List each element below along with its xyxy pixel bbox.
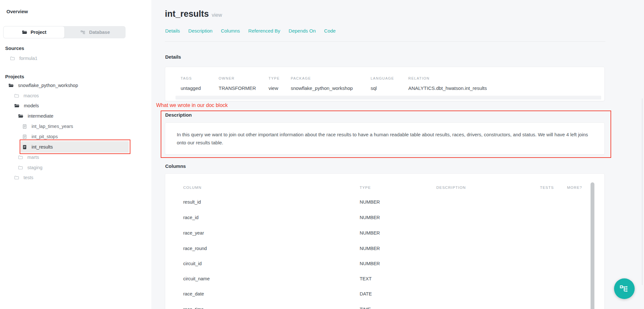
sources-section-heading: Sources xyxy=(5,45,24,51)
tree-item-label: intermediate xyxy=(28,113,53,119)
view-lineage-button[interactable] xyxy=(614,278,635,299)
folder-closed-icon xyxy=(18,155,23,160)
cell-column-type: NUMBER xyxy=(360,261,380,266)
field-label: TAGS xyxy=(181,76,192,80)
tab-description[interactable]: Description xyxy=(188,28,213,34)
cell-column-type: NUMBER xyxy=(360,199,380,205)
cell-column-type: NUMBER xyxy=(360,215,380,220)
column-header-description: DESCRIPTION xyxy=(436,186,466,189)
field-value: untagged xyxy=(181,85,201,91)
tab-depends-on[interactable]: Depends On xyxy=(289,28,316,34)
cell-column-type: NUMBER xyxy=(360,246,380,251)
cell-column-name: circuit_id xyxy=(183,261,202,266)
sidebar-item-intermediate[interactable]: intermediate xyxy=(18,111,53,121)
model-type-tag: view xyxy=(212,12,222,18)
sidebar-item-tests[interactable]: tests xyxy=(14,172,33,183)
tree-item-label: marts xyxy=(27,155,39,160)
sidebar-item-int-lap-times-years[interactable]: int_lap_times_years xyxy=(22,121,73,131)
details-scroll-strip xyxy=(175,96,601,100)
cell-column-name: race_id xyxy=(183,215,199,220)
folder-open-icon xyxy=(22,29,27,35)
tree-item-label: int_lap_times_years xyxy=(32,124,73,129)
overview-link[interactable]: Overview xyxy=(6,9,28,14)
tab-bar: Details Description Columns Referenced B… xyxy=(165,28,336,34)
sidebar-item-int-pit-stops[interactable]: int_pit_stops xyxy=(22,131,58,142)
tree-item-label: tests xyxy=(24,175,33,180)
cell-column-name: race_date xyxy=(183,291,204,296)
view-toggle: Project Database xyxy=(3,26,126,38)
tab-divider xyxy=(165,41,605,42)
cell-column-type: NUMBER xyxy=(360,230,380,236)
columns-card: COLUMN TYPE DESCRIPTION TESTS MORE? resu… xyxy=(165,173,605,309)
cell-column-type: DATE xyxy=(360,291,372,296)
folder-closed-icon xyxy=(10,56,15,61)
columns-table-scrollbar[interactable] xyxy=(591,182,594,309)
lineage-graph-icon xyxy=(620,284,629,294)
field-label: PACKAGE xyxy=(291,76,311,80)
field-label: TYPE xyxy=(269,76,280,80)
file-icon xyxy=(22,124,27,129)
folder-open-icon xyxy=(18,113,24,119)
tree-item-label: int_pit_stops xyxy=(32,134,58,139)
tab-referenced-by[interactable]: Referenced By xyxy=(248,28,280,34)
sidebar-item-macros[interactable]: macros xyxy=(14,91,39,101)
tree-item-label: formula1 xyxy=(19,56,37,61)
field-label: LANGUAGE xyxy=(371,76,394,80)
details-section-heading: Details xyxy=(165,54,181,60)
sidebar-item-staging[interactable]: staging xyxy=(18,162,43,173)
cell-column-name: race_year xyxy=(183,230,204,236)
cell-column-name: race_round xyxy=(183,246,207,251)
sidebar: Overview Project Database Sources formul… xyxy=(0,0,151,309)
sidebar-item-models[interactable]: models xyxy=(14,101,39,111)
field-value: ANALYTICS.dbt_hwatson.int_results xyxy=(408,85,487,91)
page-title: int_resultsview xyxy=(165,9,222,19)
folder-open-icon xyxy=(14,103,20,109)
cell-column-type: TEXT xyxy=(360,276,372,281)
page-scrollbar[interactable] xyxy=(642,98,643,285)
folder-closed-icon xyxy=(14,175,19,180)
column-header-type: TYPE xyxy=(360,186,371,189)
sidebar-item-formula1[interactable]: formula1 xyxy=(10,53,37,63)
column-header-column: COLUMN xyxy=(183,186,202,189)
field-value: sql xyxy=(371,85,377,91)
tree-item-label: snowflake_python_workshop xyxy=(18,83,78,88)
cell-column-type: TIME xyxy=(360,307,371,309)
sidebar-item-int-results[interactable]: int_results xyxy=(22,142,53,152)
lineage-icon xyxy=(80,30,86,35)
description-section-heading: Description xyxy=(165,112,192,118)
column-header-more: MORE? xyxy=(567,186,582,189)
database-toggle-label: Database xyxy=(89,30,110,35)
file-solid-icon xyxy=(22,144,27,150)
tree-item-label: models xyxy=(24,103,39,108)
tree-item-label: int_results xyxy=(32,144,53,150)
tab-details[interactable]: Details xyxy=(165,28,180,34)
tree-item-label: staging xyxy=(27,165,43,170)
project-toggle-button[interactable]: Project xyxy=(3,26,65,38)
folder-closed-icon xyxy=(14,93,19,99)
cell-column-name: race_time xyxy=(183,307,204,309)
column-header-tests: TESTS xyxy=(540,186,554,189)
details-card: TAGS untagged OWNER TRANSFORMER TYPE vie… xyxy=(165,67,605,101)
folder-closed-icon xyxy=(18,165,23,170)
field-value: view xyxy=(269,85,278,91)
description-body: In this query we want to join out other … xyxy=(177,130,595,147)
sidebar-item-snowflake-python-workshop[interactable]: snowflake_python_workshop xyxy=(8,80,78,91)
projects-section-heading: Projects xyxy=(5,74,24,79)
columns-section-heading: Columns xyxy=(165,163,186,169)
tab-code[interactable]: Code xyxy=(324,28,336,34)
cell-column-name: circuit_name xyxy=(183,276,210,281)
field-label: RELATION xyxy=(408,76,430,80)
field-value: snowflake_python_workshop xyxy=(291,85,353,91)
tree-item-label: macros xyxy=(24,93,39,98)
sidebar-item-marts[interactable]: marts xyxy=(18,152,39,162)
folder-open-icon xyxy=(8,82,14,88)
field-label: OWNER xyxy=(219,76,235,80)
tab-columns[interactable]: Columns xyxy=(221,28,240,34)
project-toggle-label: Project xyxy=(31,30,46,35)
model-name: int_results xyxy=(165,9,209,19)
annotation-text: What we wrote in our doc block xyxy=(156,102,228,108)
cell-column-name: result_id xyxy=(183,199,201,205)
file-icon xyxy=(22,134,27,140)
field-value: TRANSFORMER xyxy=(219,85,256,91)
database-toggle-button[interactable]: Database xyxy=(65,26,126,38)
